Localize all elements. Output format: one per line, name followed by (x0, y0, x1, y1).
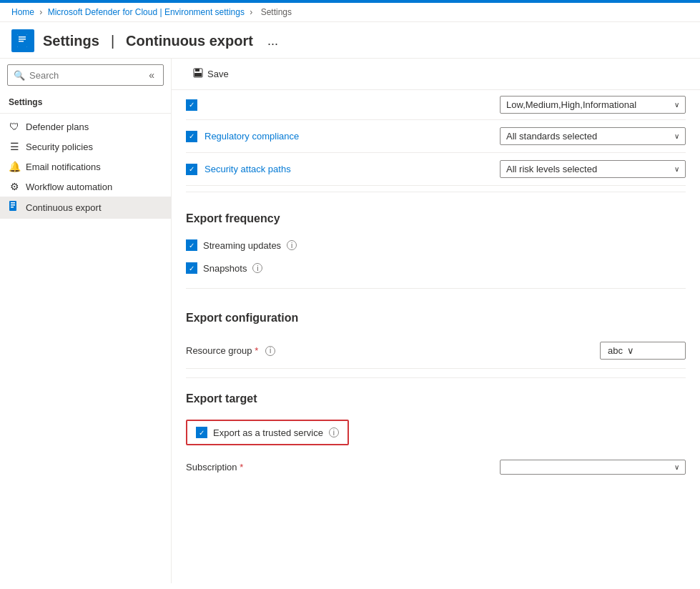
section-divider-3 (186, 377, 686, 378)
sidebar-item-continuous-export[interactable]: Continuous export (0, 197, 171, 219)
content-area: Save ✓ Low,Medium,High,Informational ∨ ✓… (172, 59, 700, 583)
resource-group-dropdown[interactable]: abc ∨ (600, 342, 686, 360)
snapshots-row: ✓ Snapshots i (186, 257, 686, 279)
collapse-sidebar-button[interactable]: « (146, 68, 157, 82)
section-divider-1 (186, 192, 686, 192)
resource-group-value: abc (608, 345, 623, 356)
breadcrumb-env-settings[interactable]: Microsoft Defender for Cloud | Environme… (48, 7, 245, 17)
svg-rect-6 (11, 202, 15, 204)
snapshots-label: Snapshots (203, 263, 247, 274)
svg-rect-7 (11, 204, 15, 206)
page-title-settings: Settings (43, 33, 99, 49)
streaming-updates-label: Streaming updates (203, 240, 281, 251)
security-attack-checkbox[interactable]: ✓ (186, 164, 197, 175)
save-label: Save (207, 69, 229, 79)
sidebar-item-label-workflow: Workflow automation (26, 182, 112, 192)
sidebar-item-defender-plans[interactable]: 🛡 Defender plans (0, 117, 171, 137)
defender-plans-icon: 🛡 (9, 121, 20, 132)
toolbar: Save (172, 59, 700, 90)
partial-dropdown-value: Low,Medium,High,Informational (506, 99, 636, 110)
sidebar: 🔍 « Settings 🛡 Defender plans ☰ Security… (0, 59, 172, 583)
svg-rect-2 (19, 36, 26, 38)
svg-rect-11 (194, 73, 202, 76)
breadcrumb: Home › Microsoft Defender for Cloud | En… (0, 3, 700, 22)
sidebar-item-label-security: Security policies (26, 142, 93, 152)
breadcrumb-home[interactable]: Home (11, 7, 34, 17)
workflow-icon: ⚙ (9, 181, 20, 192)
security-attack-value: All risk levels selected (506, 164, 597, 174)
streaming-updates-info-icon[interactable]: i (287, 240, 297, 250)
email-icon: 🔔 (9, 161, 20, 172)
subscription-label: Subscription * (186, 462, 243, 472)
more-options-button[interactable]: ... (267, 34, 278, 49)
resource-group-required: * (255, 345, 258, 356)
subscription-dropdown[interactable]: ∨ (500, 460, 686, 475)
regulatory-compliance-checkbox[interactable]: ✓ (186, 131, 197, 142)
regulatory-dropdown-arrow: ∨ (674, 132, 679, 140)
export-icon (9, 201, 20, 214)
security-attack-paths-row: ✓ Security attack paths All risk levels … (186, 153, 686, 186)
page-header: Settings | Continuous export ... (0, 22, 700, 59)
security-policies-icon: ☰ (9, 141, 20, 152)
main-layout: 🔍 « Settings 🛡 Defender plans ☰ Security… (0, 59, 700, 583)
search-icon: 🔍 (14, 70, 25, 81)
streaming-updates-checkbox[interactable]: ✓ (186, 239, 197, 251)
svg-rect-8 (11, 207, 14, 208)
regulatory-compliance-value: All standards selected (506, 131, 597, 142)
sidebar-section-settings: Settings (0, 91, 171, 110)
resource-group-row: Resource group * i abc ∨ (186, 333, 686, 369)
sidebar-item-security-policies[interactable]: ☰ Security policies (0, 137, 171, 157)
snapshots-info-icon[interactable]: i (252, 263, 262, 273)
save-button[interactable]: Save (186, 64, 236, 84)
resource-group-label: Resource group * (186, 345, 258, 356)
export-target-heading: Export target (186, 392, 686, 414)
trusted-service-box[interactable]: ✓ Export as a trusted service i (186, 420, 349, 445)
security-attack-arrow: ∨ (674, 165, 679, 173)
partial-export-row: ✓ Low,Medium,High,Informational ∨ (186, 90, 686, 120)
search-input[interactable] (29, 70, 142, 81)
export-configuration-heading: Export configuration (186, 297, 686, 333)
trusted-service-label: Export as a trusted service (213, 427, 323, 438)
streaming-updates-row: ✓ Streaming updates i (186, 234, 686, 257)
resource-group-info-icon[interactable]: i (265, 346, 275, 356)
sidebar-item-label-export: Continuous export (26, 202, 102, 213)
partial-checkbox[interactable]: ✓ (186, 99, 197, 111)
resource-group-arrow: ∨ (627, 345, 634, 356)
sidebar-item-email-notifications[interactable]: 🔔 Email notifications (0, 157, 171, 177)
save-icon (193, 68, 203, 80)
partial-dropdown[interactable]: Low,Medium,High,Informational ∨ (500, 96, 686, 114)
partial-dropdown-arrow: ∨ (674, 101, 679, 109)
regulatory-compliance-dropdown[interactable]: All standards selected ∨ (500, 127, 686, 145)
regulatory-compliance-row: ✓ Regulatory compliance All standards se… (186, 120, 686, 153)
svg-rect-4 (19, 41, 24, 42)
search-box[interactable]: 🔍 « (7, 64, 164, 86)
sidebar-item-workflow-automation[interactable]: ⚙ Workflow automation (0, 177, 171, 197)
regulatory-compliance-label: Regulatory compliance (204, 131, 493, 142)
content-body: ✓ Low,Medium,High,Informational ∨ ✓ Regu… (172, 90, 700, 498)
subscription-row: Subscription * ∨ (186, 451, 686, 483)
sidebar-divider (0, 113, 171, 114)
subscription-required: * (240, 462, 243, 472)
security-attack-dropdown[interactable]: All risk levels selected ∨ (500, 160, 686, 178)
trusted-service-checkbox[interactable]: ✓ (196, 427, 207, 438)
svg-rect-10 (195, 69, 199, 71)
sidebar-item-label-defender: Defender plans (26, 122, 89, 132)
sidebar-item-label-email: Email notifications (26, 162, 101, 172)
breadcrumb-current: Settings (261, 7, 292, 17)
page-title-export: Continuous export (126, 33, 253, 49)
snapshots-checkbox[interactable]: ✓ (186, 262, 197, 274)
export-target-section: Export target ✓ Export as a trusted serv… (186, 392, 686, 483)
security-attack-label: Security attack paths (204, 164, 493, 174)
svg-rect-3 (19, 39, 26, 40)
page-icon (11, 29, 34, 52)
export-frequency-heading: Export frequency (186, 198, 686, 234)
trusted-service-info-icon[interactable]: i (329, 427, 339, 437)
section-divider-2 (186, 288, 686, 289)
subscription-arrow: ∨ (674, 463, 679, 471)
